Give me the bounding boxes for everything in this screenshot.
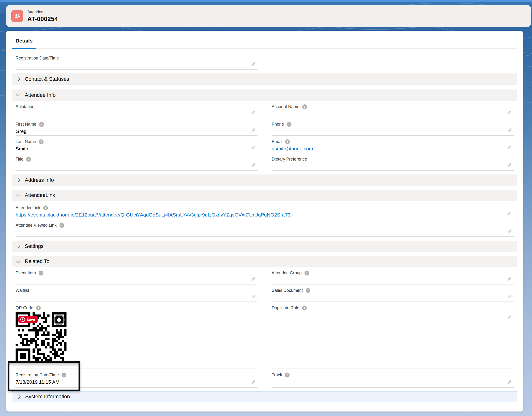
field-duplicate-rule: Duplicate Rule i ✎: [272, 302, 513, 369]
edit-pencil-icon[interactable]: ✎: [251, 145, 256, 151]
edit-pencil-icon[interactable]: ✎: [507, 128, 512, 133]
edit-pencil-icon[interactable]: ✎: [507, 145, 512, 151]
field-registration-datetime-top: Registration Date/Time ✎: [16, 52, 257, 70]
record-header-text: Attendee AT-000254: [27, 10, 58, 23]
field-track: Track i ✎: [272, 369, 513, 388]
edit-pencil-icon[interactable]: ✎: [251, 110, 256, 116]
field-attendee-group: Attendee Group i ✎: [272, 267, 513, 285]
chevron-right-icon: [16, 77, 20, 81]
edit-pencil-icon[interactable]: ✎: [507, 163, 512, 168]
field-qr-code: QR Code i P Save: [16, 302, 257, 369]
chevron-right-icon: [16, 244, 20, 248]
section-header-address-info[interactable]: Address Info: [12, 175, 517, 186]
attendeelink-url-link[interactable]: https://events.blackthorn.io/2E12oua7/at…: [16, 211, 513, 219]
section-header-contact-statuses[interactable]: Contact & Statuses: [12, 73, 517, 85]
info-icon[interactable]: i: [302, 306, 307, 310]
field-value: [16, 110, 257, 118]
field-value: [16, 228, 513, 236]
field-value: [272, 311, 513, 319]
section-title: Contact & Statuses: [25, 76, 69, 82]
pinterest-save-button[interactable]: P Save: [19, 316, 38, 323]
section-title: Address Info: [25, 177, 54, 183]
section-title: Settings: [25, 243, 44, 249]
section-header-related-to[interactable]: Related To: [12, 256, 517, 267]
field-value: 7/18/2019 11:15 AM: [16, 378, 257, 386]
pinterest-logo-icon: P: [20, 317, 25, 322]
edit-pencil-icon[interactable]: ✎: [507, 277, 512, 282]
field-label: Attendee Viewed Link: [16, 223, 57, 228]
field-label: Track: [272, 373, 282, 377]
record-detail-card: Details Registration Date/Time ✎ Contact…: [6, 31, 523, 412]
info-icon[interactable]: i: [285, 139, 290, 144]
info-icon[interactable]: i: [59, 223, 64, 228]
field-first-name: First Name i Greg ✎: [16, 118, 257, 136]
edit-pencil-icon[interactable]: ✎: [251, 62, 256, 67]
chevron-right-icon: [16, 178, 20, 182]
qr-code-image: P Save: [16, 312, 66, 363]
field-label: AttendeeLink: [16, 205, 40, 210]
edit-pencil-icon[interactable]: ✎: [507, 229, 512, 234]
field-value: [272, 276, 513, 284]
field-attendeelink: AttendeeLink i https://events.blackthorn…: [16, 202, 513, 219]
field-label: First Name: [16, 122, 36, 127]
field-waitlist: Waitlist ✎: [16, 285, 257, 302]
record-name: AT-000254: [27, 15, 58, 23]
chevron-down-icon: [16, 258, 20, 263]
info-icon[interactable]: i: [304, 271, 309, 276]
info-icon[interactable]: i: [306, 288, 310, 293]
field-label: QR Code: [16, 306, 33, 310]
field-label: Registration Date/Time: [16, 373, 59, 377]
edit-pencil-icon[interactable]: ✎: [507, 211, 512, 217]
field-label: Email: [272, 139, 282, 144]
contacts-glyph-icon: [14, 12, 21, 20]
edit-pencil-icon[interactable]: ✎: [251, 294, 256, 300]
active-tab-underline: [12, 48, 36, 49]
field-sales-document: Sales Document i ✎: [272, 285, 513, 302]
info-icon[interactable]: i: [36, 306, 41, 310]
edit-pencil-icon[interactable]: ✎: [507, 380, 512, 385]
info-icon[interactable]: i: [39, 271, 43, 276]
field-value: [16, 293, 257, 301]
edit-pencil-icon[interactable]: ✎: [507, 110, 512, 116]
field-label: Phone: [272, 122, 284, 127]
edit-pencil-icon[interactable]: ✎: [251, 163, 256, 168]
edit-pencil-icon[interactable]: ✎: [251, 380, 256, 385]
edit-pencil-icon[interactable]: ✎: [507, 315, 512, 321]
field-label: Last Name: [16, 139, 36, 144]
email-link[interactable]: gsmith@none.com: [272, 145, 513, 153]
field-label: Duplicate Rule: [272, 306, 299, 310]
field-value: [16, 61, 257, 69]
section-header-system-information[interactable]: System Information: [12, 391, 517, 402]
info-icon[interactable]: i: [43, 205, 48, 210]
field-label: Salutation: [16, 104, 34, 109]
field-dietary-preference: Dietary Preference ✎: [272, 153, 513, 171]
info-icon[interactable]: i: [39, 139, 44, 144]
section-header-attendeelink[interactable]: AttendeeLink: [12, 189, 517, 201]
record-header: Attendee AT-000254: [6, 5, 531, 27]
edit-pencil-icon[interactable]: ✎: [507, 294, 512, 300]
field-value: Smith: [16, 145, 257, 153]
field-label: Waitlist: [16, 288, 29, 293]
info-icon[interactable]: i: [39, 122, 44, 127]
field-label: Event Item: [16, 271, 36, 276]
tab-details[interactable]: Details: [12, 38, 36, 48]
field-event-item: Event Item i ✎: [16, 267, 257, 285]
section-header-settings[interactable]: Settings: [12, 241, 517, 252]
info-icon[interactable]: i: [285, 373, 290, 377]
edit-pencil-icon[interactable]: ✎: [251, 128, 256, 133]
edit-pencil-icon[interactable]: ✎: [251, 277, 256, 282]
scan-target-icon: [56, 316, 63, 323]
field-label: Registration Date/Time: [16, 56, 59, 61]
field-label: Dietary Preference: [272, 157, 307, 162]
info-icon[interactable]: i: [302, 104, 307, 109]
field-phone: Phone i ✎: [272, 118, 513, 136]
info-icon[interactable]: i: [62, 373, 66, 377]
info-icon[interactable]: i: [287, 122, 292, 127]
attendee-record-icon: [11, 10, 23, 22]
section-header-attendee-info[interactable]: Attendee Info: [12, 89, 517, 101]
field-value: [272, 127, 513, 135]
chevron-right-icon: [16, 395, 20, 399]
info-icon[interactable]: i: [26, 157, 31, 162]
field-label: Account Name: [272, 104, 299, 109]
field-attendee-viewed-link: Attendee Viewed Link i ✎: [16, 219, 513, 237]
